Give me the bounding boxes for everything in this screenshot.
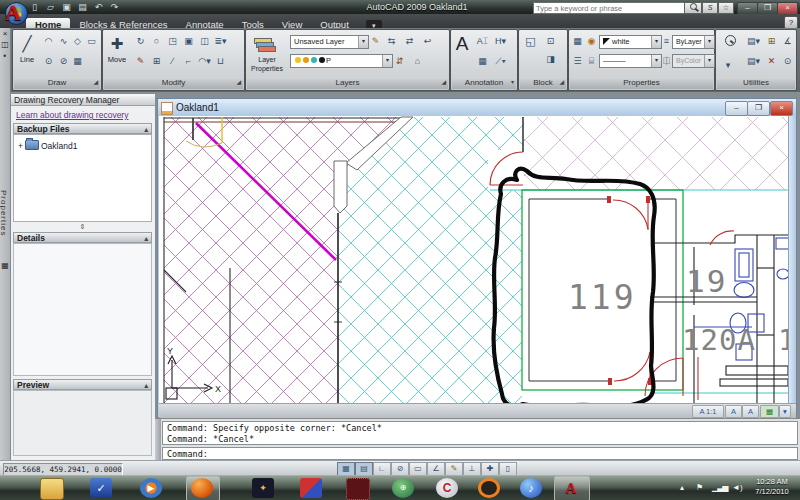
drawing-restore-button[interactable]: ❒ xyxy=(747,101,770,116)
layer-match-icon[interactable]: ⇆ xyxy=(384,34,399,48)
favorites-button[interactable]: ☆ xyxy=(718,2,734,14)
preview-header[interactable]: Preview▴ xyxy=(13,379,152,390)
arc-edit-icon[interactable]: ◠▾ xyxy=(197,54,212,68)
layer-previous-icon[interactable]: ⇄ xyxy=(402,34,417,48)
plot-style-dropdown[interactable]: ByColor▾ xyxy=(672,54,715,68)
annotation-autoscale-button[interactable]: A xyxy=(742,405,759,418)
explorer-folder-icon[interactable] xyxy=(40,478,64,500)
firefox-icon[interactable] xyxy=(191,478,213,498)
zoom-realtime-icon[interactable] xyxy=(719,35,741,55)
layer-states-icon[interactable]: ↩ xyxy=(420,34,435,48)
plot-icon[interactable]: ▤ xyxy=(76,1,89,13)
orange-ring-icon[interactable] xyxy=(478,478,500,498)
fillet-icon[interactable]: ∕ xyxy=(165,54,180,68)
drawing-recovery-link[interactable]: Learn about drawing recovery xyxy=(16,110,128,120)
offset-icon[interactable]: ⊔ xyxy=(213,54,228,68)
dark-red-app-icon[interactable] xyxy=(346,478,370,500)
object-color-dropdown[interactable]: white▾ xyxy=(599,35,662,49)
command-history[interactable]: Command: Specify opposite corner: *Cance… xyxy=(162,421,798,445)
color-wheel-icon[interactable]: ◉ xyxy=(584,34,599,48)
text-button[interactable]: A xyxy=(451,33,473,75)
blue-check-icon[interactable]: ✓ xyxy=(90,478,112,498)
drawing-canvas[interactable]: 119 19 120A 1 Y X xyxy=(159,116,795,403)
save-icon[interactable]: ▣ xyxy=(60,1,73,13)
move-button[interactable]: ✚Move xyxy=(105,33,129,75)
layer-display-dropdown[interactable]: P ▾ xyxy=(290,54,393,68)
hatch-icon[interactable]: ▦ xyxy=(70,54,85,68)
block-editor-icon[interactable]: ◨ xyxy=(543,52,558,66)
copy-icon[interactable]: ▣ xyxy=(181,34,196,48)
erase-icon[interactable]: ✎ xyxy=(133,54,148,68)
strip-menu-icon[interactable]: ▾ xyxy=(779,405,791,418)
make-layer-current-icon[interactable]: ✎ xyxy=(368,34,383,48)
ducs-toggle[interactable]: ✎ xyxy=(445,462,463,476)
otrack-toggle[interactable]: ∠ xyxy=(427,462,445,476)
line-button[interactable]: ╱Line xyxy=(15,33,39,75)
redo-icon[interactable]: ↷ xyxy=(108,1,121,13)
flag-icon[interactable]: ⚑ xyxy=(696,476,703,500)
properties-list-icon[interactable]: ☰ xyxy=(570,54,585,68)
annotation-visibility-button[interactable]: A xyxy=(725,405,742,418)
panel-block-label[interactable]: Block◢ xyxy=(520,77,566,89)
erase-util-icon[interactable]: ✕ xyxy=(764,54,779,68)
osnap-toggle[interactable]: ▭ xyxy=(409,462,427,476)
ortho-toggle[interactable]: ∟ xyxy=(373,462,391,476)
create-block-icon[interactable]: ⊡ xyxy=(543,34,558,48)
autocad-taskbar-icon[interactable]: A xyxy=(560,478,582,498)
explode-icon[interactable]: ⊞ xyxy=(149,54,164,68)
panel-utilities-label[interactable]: Utilities xyxy=(717,77,795,89)
drawing-close-button[interactable]: × xyxy=(770,101,793,116)
clock[interactable]: 10:28 AM 7/12/2010 xyxy=(746,477,798,497)
backup-files-header[interactable]: Backup Files▴ xyxy=(13,123,152,134)
media-player-icon[interactable]: ▶ xyxy=(140,478,162,498)
dimension-icon[interactable]: H▾ xyxy=(493,34,508,48)
arc-icon[interactable]: ◠ xyxy=(41,34,56,48)
ellipse-icon[interactable]: ⊘ xyxy=(56,54,71,68)
layer-unisolate-icon[interactable]: ⌂ xyxy=(410,54,425,68)
id-point-icon[interactable]: ⊙ xyxy=(780,54,795,68)
undo-icon[interactable]: ↶ xyxy=(92,1,105,13)
layer-isolate-icon[interactable]: ⇵ xyxy=(392,54,407,68)
command-grab-bar[interactable] xyxy=(155,419,161,461)
text-edit-icon[interactable]: A⌶ xyxy=(475,34,490,48)
backup-files-list[interactable]: +Oakland1 xyxy=(13,134,152,222)
table-icon[interactable]: ▦ xyxy=(475,54,490,68)
copy-clip-icon[interactable]: ▤▾ xyxy=(746,54,761,68)
drawing-title-bar[interactable]: Oakland1 – ❒ × xyxy=(158,99,796,116)
leader-icon[interactable]: ⟋▾ xyxy=(493,54,508,68)
subscription-button[interactable]: S xyxy=(702,2,718,14)
scale-icon[interactable]: ○ xyxy=(149,34,164,48)
palette-close-icon[interactable]: × xyxy=(0,28,10,39)
command-input[interactable]: Command: xyxy=(162,447,798,460)
tree-expand-icon[interactable]: + xyxy=(18,141,23,151)
panel-draw-label[interactable]: Draw◢ xyxy=(14,77,100,89)
panel-annotation-label[interactable]: Annotation▾ xyxy=(452,77,516,89)
insert-block-icon[interactable]: ◱ xyxy=(523,34,538,48)
lineweight-dropdown[interactable]: ByLayer▾ xyxy=(672,35,715,49)
chamfer-icon[interactable]: ⌐ xyxy=(181,54,196,68)
ccleaner-icon[interactable]: C xyxy=(436,478,458,498)
qp-toggle[interactable]: ▯ xyxy=(499,462,517,476)
network-icon[interactable]: ▁▃▅ xyxy=(712,476,727,500)
zoom-dropdown-icon[interactable]: ▾ xyxy=(723,58,733,72)
tree-item-oakland1[interactable]: +Oakland1 xyxy=(18,139,77,151)
array-icon[interactable]: ≣▾ xyxy=(213,34,228,48)
match-properties-icon[interactable]: ▦ xyxy=(570,34,585,48)
snap-toggle[interactable]: ▦ xyxy=(337,462,355,476)
palette-settings-icon[interactable]: ▪ xyxy=(0,50,10,61)
search-input[interactable] xyxy=(533,2,687,14)
lwt-toggle[interactable]: ✚ xyxy=(481,462,499,476)
shield-app-icon[interactable]: ✦ xyxy=(252,478,274,498)
new-icon[interactable]: ▯ xyxy=(28,1,41,13)
paste-icon[interactable]: ▤▾ xyxy=(746,34,761,48)
polyline-icon[interactable]: ∿ xyxy=(56,34,71,48)
trim-icon[interactable]: ◳ xyxy=(165,34,180,48)
details-header[interactable]: Details▴ xyxy=(13,232,152,243)
globe-search-icon[interactable]: ⊕ xyxy=(392,478,414,498)
search-button[interactable] xyxy=(684,2,702,14)
dyn-toggle[interactable]: ⊥ xyxy=(463,462,481,476)
quick-calc-icon[interactable]: ⊞ xyxy=(764,34,779,48)
polar-toggle[interactable]: ⊘ xyxy=(391,462,409,476)
splitter-handle[interactable]: ⇕ xyxy=(13,223,152,231)
tray-expand-icon[interactable]: ▴ xyxy=(680,476,684,500)
